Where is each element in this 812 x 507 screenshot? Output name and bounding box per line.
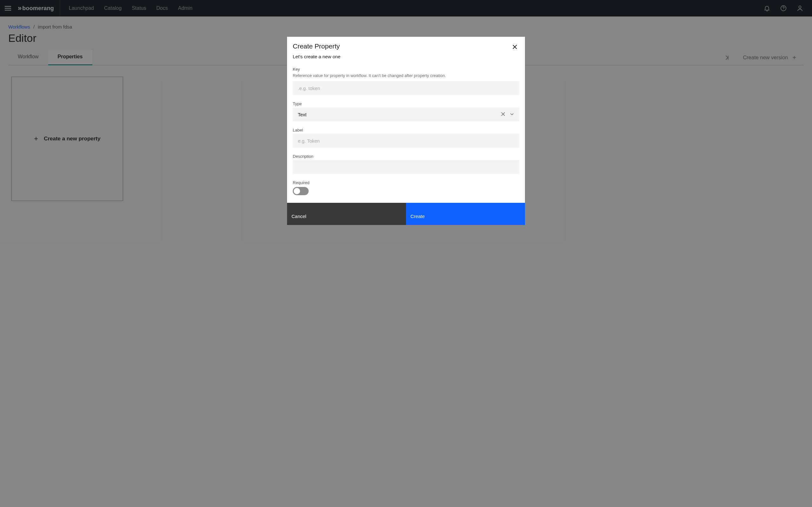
key-label: Key [293, 67, 519, 72]
key-input[interactable] [293, 81, 519, 95]
required-label: Required [293, 180, 519, 185]
cancel-button[interactable]: Cancel [287, 203, 406, 225]
field-key: Key Reference value for property in work… [293, 67, 519, 95]
modal-header: Create Property Let's create a new one [287, 37, 525, 62]
label-input[interactable] [293, 134, 519, 148]
field-label: Label [293, 128, 519, 148]
create-property-modal: Create Property Let's create a new one K… [287, 37, 525, 225]
description-label: Description [293, 154, 519, 159]
modal-overlay[interactable]: Create Property Let's create a new one K… [0, 0, 812, 507]
type-label: Type [293, 101, 519, 106]
clear-icon[interactable] [501, 112, 505, 117]
chevron-down-icon[interactable] [510, 112, 514, 117]
create-button[interactable]: Create [406, 203, 525, 225]
key-help: Reference value for property in workflow… [293, 73, 519, 78]
description-input[interactable] [293, 160, 519, 174]
modal-subtitle: Let's create a new one [293, 54, 510, 59]
modal-close-button[interactable] [510, 43, 519, 51]
label-label: Label [293, 128, 519, 132]
field-type: Type Text [293, 101, 519, 121]
modal-footer: Cancel Create [287, 203, 525, 225]
field-description: Description [293, 154, 519, 174]
type-select[interactable]: Text [293, 107, 519, 121]
field-required: Required [293, 180, 519, 195]
modal-title: Create Property [293, 43, 510, 50]
required-toggle[interactable] [293, 187, 309, 195]
modal-body: Key Reference value for property in work… [287, 62, 525, 203]
type-value: Text [298, 112, 307, 117]
